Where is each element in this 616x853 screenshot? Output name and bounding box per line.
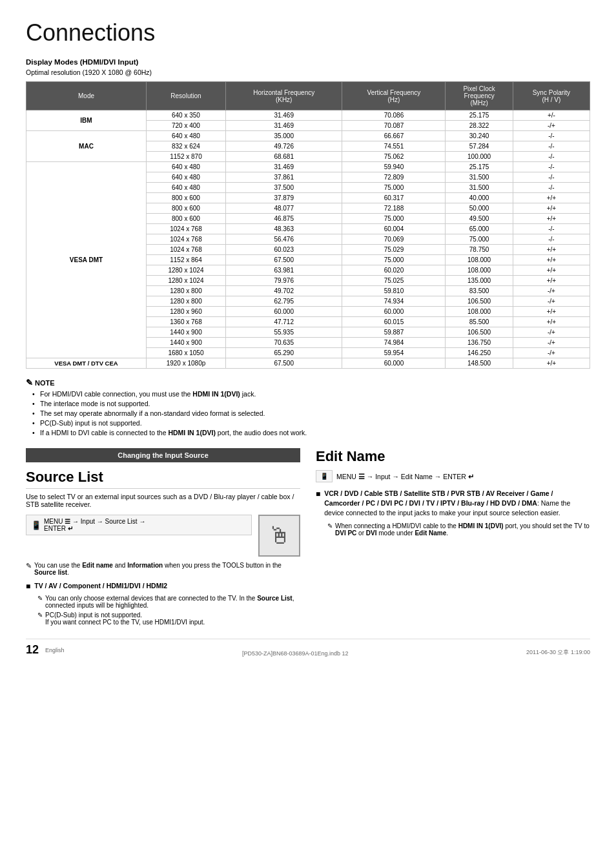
note-list: For HDMI/DVI cable connection, you must … bbox=[26, 390, 590, 437]
table-row: VESA DMT / DTV CEA 1920 x 1080p 67.500 6… bbox=[26, 358, 590, 369]
menu-instruction-box: 📱 MENU ☰ → Input → Source List →ENTER ↵ bbox=[26, 515, 252, 535]
footer-left: 12 English bbox=[26, 643, 65, 657]
display-modes-table: Mode Resolution Horizontal Frequency(KHz… bbox=[26, 81, 590, 369]
footer-file-info: [PD530-ZA]BN68-03689A-01Eng.indb 12 bbox=[242, 650, 349, 657]
col-mode: Mode bbox=[26, 82, 147, 110]
pencil-icon3: ✎ bbox=[37, 611, 43, 626]
bottom-section: Changing the Input Source Source List Us… bbox=[26, 448, 590, 626]
sub-note2: ✎ PC(D-Sub) input is not supported.If yo… bbox=[26, 611, 300, 626]
resolution-cell: 640 x 350 bbox=[146, 110, 225, 121]
table-row: VESA DMT 640 x 480 31.469 59.940 25.175 … bbox=[26, 162, 590, 172]
note-item: If a HDMI to DVI cable is connected to t… bbox=[32, 429, 590, 437]
edit-name-bullet: ■ VCR / DVD / Cable STB / Satellite STB … bbox=[316, 489, 590, 519]
black-square-icon: ■ bbox=[26, 582, 30, 591]
table-row: MAC 640 x 480 35.000 66.667 30.240 -/- bbox=[26, 131, 590, 141]
page-number: 12 bbox=[26, 643, 39, 657]
edit-menu-text: MENU ☰ → Input → Edit Name → ENTER ↵ bbox=[336, 473, 474, 480]
note-section: ✎ NOTE For HDMI/DVI cable connection, yo… bbox=[26, 378, 590, 437]
source-note1: ✎ You can use the Edit name and Informat… bbox=[26, 562, 300, 576]
edit-remote-icon: 📱 bbox=[320, 473, 328, 480]
mode-mac: MAC bbox=[26, 131, 147, 162]
pencil-icon2: ✎ bbox=[37, 595, 43, 609]
source-list-title: Source List bbox=[26, 469, 300, 489]
note-title: ✎ NOTE bbox=[26, 378, 590, 387]
source-list-desc: Use to select TV or an external input so… bbox=[26, 493, 300, 508]
bullet-item-tv: ■ TV / AV / Component / HDMI1/DVI / HDMI… bbox=[26, 581, 300, 591]
page-footer: 12 English [PD530-ZA]BN68-03689A-01Eng.i… bbox=[26, 639, 590, 657]
remote-icon: 📱 bbox=[31, 520, 41, 530]
footer-date: 2011-06-30 오후 1:19:00 bbox=[526, 648, 590, 657]
col-resolution: Resolution bbox=[146, 82, 225, 110]
edit-menu-icon-box: 📱 bbox=[316, 470, 333, 482]
table-row: IBM 640 x 350 31.469 70.086 25.175 +/- bbox=[26, 110, 590, 121]
col-sync: Sync Polarity(H / V) bbox=[513, 82, 590, 110]
edit-name-title: Edit Name bbox=[316, 448, 590, 465]
note-item: The set may operate abnormally if a non-… bbox=[32, 409, 590, 417]
sub-note1: ✎ You can only choose external devices t… bbox=[26, 595, 300, 609]
source-remote-image: 🖱 bbox=[258, 515, 300, 557]
changing-input-source-label: Changing the Input Source bbox=[26, 448, 300, 462]
col-v-freq: Vertical Frequency(Hz) bbox=[342, 82, 446, 110]
remote-symbol: 🖱 bbox=[268, 522, 291, 550]
note-item: For HDMI/DVI cable connection, you must … bbox=[32, 390, 590, 398]
mode-vesa-dmt: VESA DMT bbox=[26, 162, 147, 358]
footer-filename: [PD530-ZA]BN68-03689A-01Eng.indb 12 bbox=[242, 650, 349, 657]
page-title: Connections bbox=[26, 19, 590, 46]
left-column: Changing the Input Source Source List Us… bbox=[26, 448, 300, 626]
edit-name-note1: ✎ When connecting a HDMI/DVI cable to th… bbox=[316, 522, 590, 537]
note-item: PC(D-Sub) input is not supported. bbox=[32, 419, 590, 427]
footer-language: English bbox=[45, 647, 65, 653]
menu-instruction: 📱 MENU ☰ → Input → Source List →ENTER ↵ … bbox=[26, 515, 300, 557]
pencil-icon4: ✎ bbox=[327, 522, 333, 537]
section-heading: Display Modes (HDMI/DVI Input) bbox=[26, 58, 590, 66]
right-column: Edit Name 📱 MENU ☰ → Input → Edit Name →… bbox=[316, 448, 590, 626]
mode-vesa-cea: VESA DMT / DTV CEA bbox=[26, 358, 147, 369]
optimal-resolution: Optimal resolution (1920 X 1080 @ 60Hz) bbox=[26, 68, 590, 76]
note-item: The interlace mode is not supported. bbox=[32, 400, 590, 407]
black-square-icon2: ■ bbox=[316, 489, 320, 519]
col-h-freq: Horizontal Frequency(KHz) bbox=[225, 82, 342, 110]
pencil-icon: ✎ bbox=[26, 562, 32, 570]
mode-ibm: IBM bbox=[26, 110, 147, 131]
col-pixel-clock: Pixel ClockFrequency(MHz) bbox=[446, 82, 513, 110]
menu-instruction-text: MENU ☰ → Input → Source List →ENTER ↵ bbox=[44, 518, 145, 532]
edit-name-menu-instruction: 📱 MENU ☰ → Input → Edit Name → ENTER ↵ bbox=[316, 470, 590, 482]
